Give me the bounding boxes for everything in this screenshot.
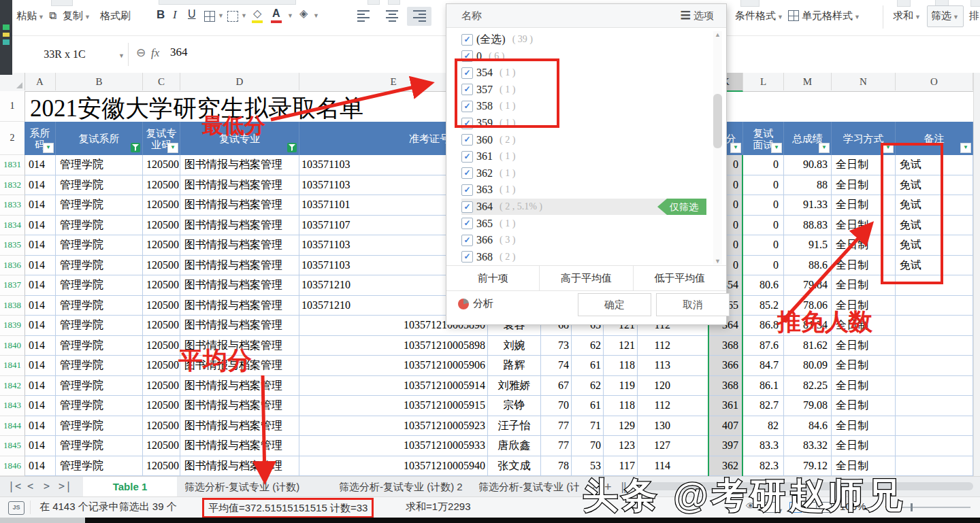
filter-scrollbar[interactable]: ▲ ▼ <box>713 31 722 265</box>
table-cell[interactable]: 91.5 <box>784 235 832 256</box>
table-cell[interactable]: 119 <box>604 376 638 397</box>
checkbox-checked-icon[interactable]: ✓ <box>461 118 473 129</box>
row-header-1833[interactable]: 1833 <box>0 195 25 216</box>
table-cell[interactable]: 全日制 <box>832 256 896 276</box>
table-cell[interactable]: 84.7 <box>743 356 784 376</box>
table-cell[interactable]: 0 <box>743 155 784 175</box>
table-cell[interactable]: 张文成 <box>488 456 541 477</box>
column-header-N[interactable]: N <box>832 73 896 90</box>
active-filter-funnel-icon[interactable] <box>287 143 297 152</box>
table-cell[interactable]: 全日制 <box>832 336 896 356</box>
table-cell[interactable]: 免试 <box>896 175 973 196</box>
checkbox-checked-icon[interactable]: ✓ <box>461 134 473 146</box>
table-cell[interactable]: 014 <box>24 316 56 336</box>
row-header-1837[interactable]: 1837 <box>0 275 25 296</box>
tab-analysis-3[interactable]: 筛选分析-复试专业 (计数 <box>478 477 579 497</box>
underline-button[interactable]: U <box>188 8 196 20</box>
filter-dropdown-icon[interactable]: ▼ <box>960 143 971 153</box>
checkbox-checked-icon[interactable]: ✓ <box>461 184 473 196</box>
table-cell[interactable] <box>896 456 973 477</box>
table-cell[interactable]: 014 <box>24 275 56 296</box>
table-cell[interactable]: 全日制 <box>832 175 896 196</box>
table-cell[interactable]: 91.33 <box>784 195 832 216</box>
table-cell[interactable] <box>896 436 973 456</box>
table-cell[interactable]: 014 <box>24 256 56 276</box>
table-cell[interactable]: 0 <box>743 216 784 236</box>
filter-item-366[interactable]: ✓366( 3 ) <box>461 232 706 248</box>
column-header-L[interactable]: L <box>743 73 784 90</box>
header-cell-A[interactable]: 系所 码▼ <box>24 122 56 155</box>
row-header-1[interactable]: 1 <box>0 91 25 122</box>
table-cell[interactable]: 全日制 <box>832 376 896 397</box>
table-cell[interactable]: 管理学院 <box>56 416 143 437</box>
table-cell[interactable]: 120500 <box>143 336 180 356</box>
filter-item-368[interactable]: ✓368( 2 ) <box>461 249 706 265</box>
table-cell[interactable]: 103571210005915 <box>299 396 488 416</box>
scroll-down-icon[interactable]: ▼ <box>715 258 721 265</box>
column-header-B[interactable]: B <box>56 73 143 90</box>
cancel-button[interactable]: 取消 <box>656 293 730 316</box>
header-cell-C[interactable]: 复试专 业码▼ <box>143 122 180 155</box>
filter-item-365[interactable]: ✓365( 1 ) <box>461 216 706 232</box>
table-cell[interactable]: 全日制 <box>832 396 896 416</box>
table-cell[interactable]: 管理学院 <box>56 436 143 456</box>
table-cell[interactable]: 129 <box>604 416 638 437</box>
table-cell[interactable]: 112 <box>638 336 709 356</box>
italic-button[interactable]: I <box>173 8 177 22</box>
table-cell[interactable]: 120500 <box>143 456 180 477</box>
table-cell[interactable]: 71 <box>572 416 604 437</box>
row-header-2[interactable]: 2 <box>0 122 25 155</box>
filter-scroll-thumb[interactable] <box>713 94 722 148</box>
filter-item-362[interactable]: ✓362( 1 ) <box>461 165 706 182</box>
table-cell[interactable] <box>896 376 973 397</box>
table-cell[interactable]: 管理学院 <box>56 216 143 236</box>
table-cell[interactable]: 120500 <box>143 396 180 416</box>
below-average-button[interactable]: 低于平均值 <box>634 266 726 290</box>
table-cell[interactable]: 014 <box>24 175 56 196</box>
filter-item-364[interactable]: ✓364( 2 , 5.1% )仅筛选此项 <box>461 199 706 215</box>
table-cell[interactable]: 全日制 <box>832 195 896 216</box>
tab-analysis-1[interactable]: 筛选分析-复试专业 (计数) <box>184 477 299 497</box>
table-cell[interactable]: 0 <box>743 256 784 276</box>
cell-shading-icon[interactable] <box>227 11 238 22</box>
checkbox-checked-icon[interactable]: ✓ <box>461 67 473 79</box>
table-cell[interactable]: 管理学院 <box>56 275 143 296</box>
checkbox-checked-icon[interactable]: ✓ <box>461 201 473 213</box>
row-header-1835[interactable]: 1835 <box>0 235 25 256</box>
table-cell[interactable]: 62 <box>572 376 604 397</box>
table-cell[interactable]: 全日制 <box>832 216 896 236</box>
row-header-1844[interactable]: 1844 <box>0 416 25 437</box>
select-all-corner[interactable] <box>0 73 25 90</box>
checkbox-checked-icon[interactable]: ✓ <box>461 218 473 229</box>
eraser-icon[interactable]: ◈ <box>299 7 308 20</box>
table-cell[interactable]: 62 <box>572 336 604 356</box>
table-cell[interactable]: 112 <box>638 396 709 416</box>
table-cell[interactable]: 67 <box>541 376 572 397</box>
table-cell[interactable]: 图书情报与档案管理 <box>180 256 299 276</box>
row-header-1838[interactable]: 1838 <box>0 296 25 316</box>
table-cell[interactable]: 全日制 <box>832 436 896 456</box>
column-header-A[interactable]: A <box>24 73 56 90</box>
table-cell[interactable]: 88.6 <box>784 256 832 276</box>
table-cell[interactable]: 免试 <box>896 235 973 256</box>
js-macro-icon[interactable]: JS <box>8 501 24 515</box>
table-cell[interactable]: 免试 <box>896 195 973 216</box>
table-cell[interactable]: 014 <box>24 195 56 216</box>
table-cell[interactable] <box>896 275 973 296</box>
table-cell[interactable]: 82.7 <box>743 396 784 416</box>
zoom-slider-thumb[interactable] <box>911 503 913 511</box>
table-cell[interactable]: 014 <box>24 416 56 437</box>
table-cell[interactable]: 397 <box>709 436 743 456</box>
table-cell[interactable]: 刘雅娇 <box>488 376 541 397</box>
table-cell[interactable]: 全日制 <box>832 416 896 437</box>
formula-input[interactable]: 364 <box>170 46 188 59</box>
ok-button[interactable]: 确定 <box>578 293 651 316</box>
table-cell[interactable]: 78 <box>541 456 572 477</box>
column-header-M[interactable]: M <box>784 73 832 90</box>
chevron-down-icon[interactable]: ▼ <box>313 12 319 19</box>
table-cell[interactable]: 图书情报与档案管理 <box>180 376 299 397</box>
vertical-scrollbar[interactable] <box>973 73 980 476</box>
table-cell[interactable]: 0 <box>743 195 784 216</box>
table-cell[interactable]: 014 <box>24 155 56 175</box>
table-cell[interactable]: 77 <box>541 416 572 437</box>
